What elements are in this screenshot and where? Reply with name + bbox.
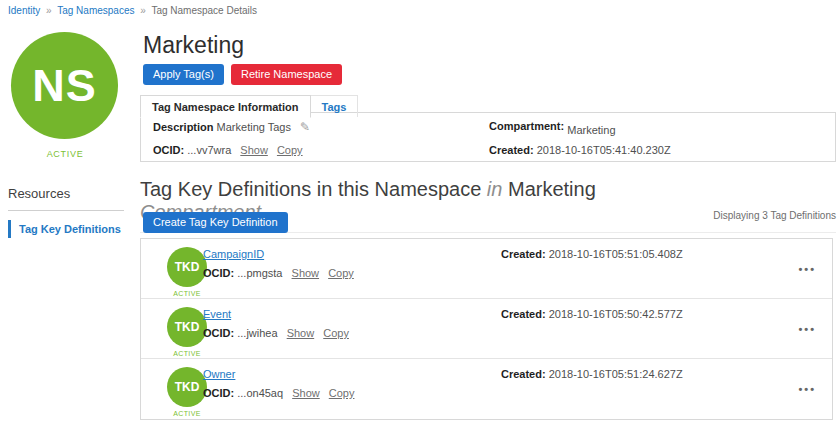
resources-sidebar: Resources Tag Key Definitions [8,186,124,238]
table-row: TKD ACTIVE Event OCID: ...jwihea Show Co… [141,299,832,359]
edit-description-icon[interactable]: ✎ [300,120,310,134]
header-actions: Apply Tag(s) Retire Namespace [143,64,342,85]
ocid-label: OCID: [203,327,234,339]
created-label: Created: [501,368,546,380]
row-actions-menu-icon[interactable]: ••• [798,263,816,275]
row-actions-menu-icon[interactable]: ••• [798,323,816,335]
ocid-copy-link[interactable]: Copy [329,387,355,399]
tkd-row-info: CampaignID OCID: ...pmgsta Show Copy [203,248,354,279]
sidebar-item-tag-key-definitions[interactable]: Tag Key Definitions [8,220,124,238]
section-title-main: Tag Key Definitions in this Namespace [140,178,481,200]
namespace-info-panel: Description Marketing Tags ✎ OCID: ...vv… [140,112,836,162]
breadcrumb-link-tag-namespaces[interactable]: Tag Namespaces [57,5,134,16]
created-label: Created: [489,144,534,156]
ocid-copy-link[interactable]: Copy [328,267,354,279]
created-label: Created: [501,308,546,320]
tkd-avatar-circle: TKD [167,367,207,407]
tkd-status-badge: ACTIVE [165,350,209,357]
ocid-label: OCID: [203,387,234,399]
ocid-show-link[interactable]: Show [240,144,268,156]
page-title: Marketing [143,32,244,59]
row-actions-menu-icon[interactable]: ••• [798,383,816,395]
table-row: TKD ACTIVE Owner OCID: ...on45aq Show Co… [141,359,832,419]
breadcrumb-current: Tag Namespace Details [151,5,257,16]
created-value: 2018-10-16T05:41:40.230Z [537,144,671,156]
ocid-show-link[interactable]: Show [292,387,320,399]
ocid-value: ...vv7wra [187,144,231,156]
ocid-copy-link[interactable]: Copy [277,144,303,156]
created-label: Created: [501,248,546,260]
displaying-count: Displaying 3 Tag Definitions [713,210,836,224]
ocid-show-link[interactable]: Show [287,327,315,339]
breadcrumb-link-identity[interactable]: Identity [8,5,40,16]
tkd-avatar-circle: TKD [167,307,207,347]
info-panel-left: Description Marketing Tags ✎ OCID: ...vv… [153,120,310,166]
breadcrumb: Identity » Tag Namespaces » Tag Namespac… [8,5,257,16]
section-title-in: in [487,178,503,200]
tkd-name-link[interactable]: Event [203,308,231,320]
apply-tags-button[interactable]: Apply Tag(s) [143,64,224,85]
breadcrumb-separator: » [46,5,52,16]
info-panel-right: Compartment: Marketing Created: 2018-10-… [489,120,671,166]
namespace-status-badge: ACTIVE [0,149,130,159]
ocid-label: OCID: [153,144,184,156]
tag-key-definition-list: TKD ACTIVE CampaignID OCID: ...pmgsta Sh… [140,238,833,420]
namespace-avatar: NS [11,32,118,139]
table-row: TKD ACTIVE CampaignID OCID: ...pmgsta Sh… [141,239,832,299]
ocid-label: OCID: [203,267,234,279]
ocid-value: ...on45aq [237,387,283,399]
ocid-copy-link[interactable]: Copy [323,327,349,339]
created-value: 2018-10-16T05:50:42.577Z [549,308,683,320]
description-value: Marketing Tags [217,121,291,133]
description-label: Description [153,121,214,133]
compartment-label: Compartment: [489,120,564,132]
page: Identity » Tag Namespaces » Tag Namespac… [0,0,840,427]
tkd-row-info: Event OCID: ...jwihea Show Copy [203,308,349,339]
tkd-avatar-circle: TKD [167,247,207,287]
ocid-show-link[interactable]: Show [292,267,320,279]
retire-namespace-button[interactable]: Retire Namespace [231,64,342,85]
tkd-status-badge: ACTIVE [165,410,209,417]
create-tag-key-definition-button[interactable]: Create Tag Key Definition [143,212,288,233]
breadcrumb-separator: » [140,5,146,16]
created-value: 2018-10-16T05:51:05.408Z [549,248,683,260]
ocid-value: ...jwihea [237,327,277,339]
tkd-status-badge: ACTIVE [165,290,209,297]
tab-tag-namespace-information[interactable]: Tag Namespace Information [140,95,311,118]
tkd-row-info: Owner OCID: ...on45aq Show Copy [203,368,354,399]
tkd-name-link[interactable]: CampaignID [203,248,264,260]
compartment-value: Marketing [567,124,615,136]
tkd-name-link[interactable]: Owner [203,368,235,380]
created-value: 2018-10-16T05:51:24.627Z [549,368,683,380]
tab-bar: Tag Namespace Information Tags [140,95,358,117]
section-title-compartment: Marketing [508,178,596,200]
ocid-value: ...pmgsta [237,267,282,279]
namespace-avatar-label: NS [32,60,97,112]
tab-tags[interactable]: Tags [311,95,359,117]
resources-title: Resources [8,186,124,211]
